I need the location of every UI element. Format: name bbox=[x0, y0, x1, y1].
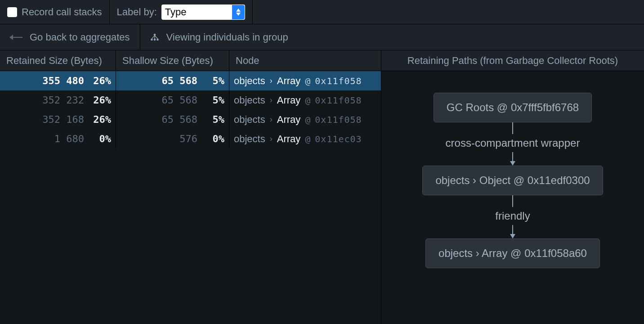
arrow-left-icon bbox=[10, 37, 22, 38]
chevron-right-icon: › bbox=[270, 115, 273, 124]
record-checkbox[interactable] bbox=[7, 7, 17, 17]
retained-size: 352 168 bbox=[0, 114, 84, 125]
record-label: Record call stacks bbox=[22, 6, 102, 18]
chevron-right-icon: › bbox=[270, 76, 273, 86]
shallow-size: 576 bbox=[116, 133, 197, 144]
main-split: Retained Size (Bytes) Shallow Size (Byte… bbox=[0, 50, 644, 324]
at-sign: @ bbox=[305, 134, 310, 144]
shallow-size: 65 568 bbox=[116, 114, 197, 125]
node-type: Array bbox=[277, 133, 301, 145]
retained-size: 355 480 bbox=[0, 75, 84, 86]
cell-retained: 355 48026% bbox=[0, 71, 116, 90]
column-shallow[interactable]: Shallow Size (Bytes) bbox=[116, 50, 229, 71]
chevron-right-icon: › bbox=[270, 134, 273, 144]
go-back-button[interactable]: Go back to aggregates bbox=[0, 24, 140, 50]
node-address: 0x11ec03 bbox=[315, 134, 362, 144]
arrow-down-icon bbox=[510, 161, 515, 166]
svg-point-2 bbox=[153, 38, 156, 40]
shallow-size: 65 568 bbox=[116, 94, 197, 106]
retaining-paths-title: Retaining Paths (from Garbage Collector … bbox=[381, 50, 644, 71]
shallow-pct: 5% bbox=[200, 75, 224, 86]
dropdown-value: Type bbox=[165, 6, 187, 18]
column-node-label: Node bbox=[236, 55, 259, 67]
cell-shallow: 65 5685% bbox=[116, 90, 229, 110]
retained-pct: 26% bbox=[87, 75, 111, 86]
node-category: objects bbox=[234, 75, 265, 87]
cell-retained: 352 16826% bbox=[0, 110, 116, 129]
chevron-right-icon: › bbox=[270, 95, 273, 105]
shallow-pct: 5% bbox=[200, 114, 224, 125]
node-type: Array bbox=[277, 75, 301, 87]
cell-node: objects›Array@0x11f058 bbox=[229, 110, 381, 129]
table-row[interactable]: 1 6800%5760%objects›Array@0x11ec03 bbox=[0, 129, 381, 148]
shallow-pct: 0% bbox=[200, 133, 224, 144]
svg-point-0 bbox=[153, 33, 156, 36]
at-sign: @ bbox=[305, 76, 310, 86]
table-row[interactable]: 355 48026%65 5685%objects›Array@0x11f058 bbox=[0, 71, 381, 90]
node-category: objects bbox=[234, 133, 265, 145]
edge-line bbox=[512, 225, 513, 235]
retained-size: 352 232 bbox=[0, 94, 84, 106]
record-section: Record call stacks bbox=[0, 0, 110, 24]
table-header: Retained Size (Bytes) Shallow Size (Byte… bbox=[0, 50, 381, 71]
node-type: Array bbox=[277, 114, 301, 126]
node-address: 0x11f058 bbox=[315, 95, 362, 106]
shallow-pct: 5% bbox=[200, 94, 224, 106]
svg-point-3 bbox=[157, 38, 159, 40]
at-sign: @ bbox=[305, 114, 310, 125]
at-sign: @ bbox=[305, 95, 310, 106]
viewing-label: Viewing individuals in group bbox=[166, 32, 288, 43]
graph-node[interactable]: objects › Object @ 0x11edf0300 bbox=[422, 166, 603, 195]
viewing-section: Viewing individuals in group bbox=[140, 24, 298, 50]
shallow-size: 65 568 bbox=[116, 75, 197, 86]
chevron-down-icon bbox=[236, 13, 241, 16]
cell-shallow: 65 5685% bbox=[116, 71, 229, 90]
cell-node: objects›Array@0x11f058 bbox=[229, 71, 381, 90]
label-by-section: Label by: Type bbox=[110, 0, 253, 24]
tree-icon bbox=[150, 33, 159, 41]
node-type: Array bbox=[277, 94, 301, 106]
cell-shallow: 65 5685% bbox=[116, 110, 229, 129]
graph-edge: cross-compartment wrapper bbox=[446, 122, 580, 166]
cell-retained: 352 23226% bbox=[0, 90, 116, 110]
cell-node: objects›Array@0x11f058 bbox=[229, 90, 381, 110]
cell-shallow: 5760% bbox=[116, 129, 229, 148]
node-category: objects bbox=[234, 114, 265, 126]
subbar: Go back to aggregates Viewing individual… bbox=[0, 24, 644, 50]
toolbar: Record call stacks Label by: Type bbox=[0, 0, 644, 24]
arrow-down-icon bbox=[510, 234, 515, 238]
retained-pct: 26% bbox=[87, 94, 111, 106]
right-panel: Retaining Paths (from Garbage Collector … bbox=[381, 50, 644, 324]
left-panel: Retained Size (Bytes) Shallow Size (Byte… bbox=[0, 50, 381, 324]
node-address: 0x11f058 bbox=[315, 76, 362, 86]
graph-node[interactable]: GC Roots @ 0x7fff5fbf6768 bbox=[434, 93, 592, 122]
dropdown-spinner-icon bbox=[232, 5, 245, 19]
cell-node: objects›Array@0x11ec03 bbox=[229, 129, 381, 148]
retained-size: 1 680 bbox=[0, 133, 84, 144]
node-category: objects bbox=[234, 94, 265, 106]
svg-point-1 bbox=[151, 38, 153, 40]
table-row[interactable]: 352 23226%65 5685%objects›Array@0x11f058 bbox=[0, 90, 381, 110]
chevron-up-icon bbox=[236, 9, 241, 12]
edge-label: cross-compartment wrapper bbox=[446, 134, 580, 152]
go-back-label: Go back to aggregates bbox=[30, 32, 130, 43]
graph-edge: friendly bbox=[495, 195, 530, 238]
label-by-text: Label by: bbox=[117, 6, 157, 18]
graph-node[interactable]: objects › Array @ 0x11f058a60 bbox=[425, 238, 600, 268]
column-retained[interactable]: Retained Size (Bytes) bbox=[0, 50, 116, 71]
column-retained-label: Retained Size (Bytes) bbox=[6, 55, 102, 67]
cell-retained: 1 6800% bbox=[0, 129, 116, 148]
edge-label: friendly bbox=[495, 207, 530, 225]
retaining-paths-graph: GC Roots @ 0x7fff5fbf6768cross-compartme… bbox=[381, 71, 644, 324]
edge-line bbox=[512, 195, 513, 207]
label-by-dropdown[interactable]: Type bbox=[161, 4, 245, 20]
retained-pct: 26% bbox=[87, 114, 111, 125]
column-node[interactable]: Node bbox=[229, 50, 381, 71]
node-address: 0x11f058 bbox=[315, 114, 362, 125]
table-row[interactable]: 352 16826%65 5685%objects›Array@0x11f058 bbox=[0, 110, 381, 129]
retained-pct: 0% bbox=[87, 133, 111, 144]
table-body: 355 48026%65 5685%objects›Array@0x11f058… bbox=[0, 71, 381, 148]
edge-line bbox=[512, 122, 513, 134]
edge-line bbox=[512, 152, 513, 162]
column-shallow-label: Shallow Size (Bytes) bbox=[122, 55, 213, 67]
